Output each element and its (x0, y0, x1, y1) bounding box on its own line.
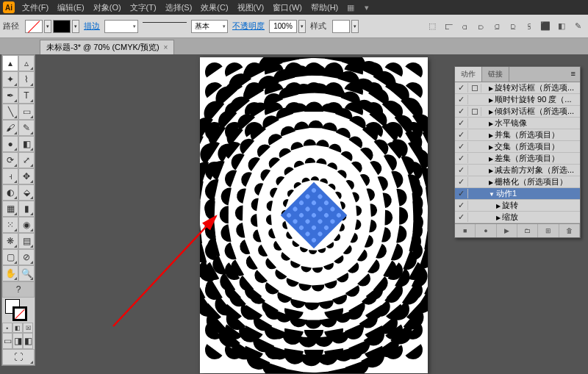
align-left-icon[interactable]: ⫍ (441, 20, 456, 33)
perspective-tool[interactable]: ⬙ (18, 184, 35, 201)
width-tool[interactable]: ⫞ (2, 168, 18, 184)
menu-edit[interactable]: 编辑(E) (53, 1, 89, 15)
rotate-tool[interactable]: ⟳ (2, 152, 18, 168)
align-vcenter-icon[interactable]: ⫒ (506, 20, 520, 33)
scale-tool[interactable]: ⤢ (18, 152, 35, 168)
zoom-tool[interactable]: 🔍 (18, 265, 35, 281)
menu-help[interactable]: 帮助(H) (306, 1, 343, 15)
action-row[interactable]: ✓▶交集（所选项目） (455, 141, 580, 153)
stroke-weight[interactable] (104, 20, 138, 33)
action-row[interactable]: ✓▶顺时针旋转 90 度（... (455, 94, 580, 106)
toggle-check[interactable]: ✓ (455, 189, 468, 198)
action-row[interactable]: ✓▶差集（所选项目） (455, 153, 580, 165)
arrange-icon[interactable]: ▾ (360, 1, 373, 14)
menu-select[interactable]: 选择(S) (161, 1, 197, 15)
action-row[interactable]: ✓▶旋转对话框（所选项... (455, 82, 580, 94)
transform-icon[interactable]: ⬛ (538, 20, 553, 33)
stroke-dropdown[interactable]: ▾ (72, 20, 79, 33)
align-top-icon[interactable]: ⫑ (490, 20, 504, 33)
menu-type[interactable]: 文字(T) (126, 1, 161, 15)
fill-swatch[interactable] (25, 20, 43, 33)
menu-effect[interactable]: 效果(C) (196, 1, 232, 15)
fill-dropdown[interactable]: ▾ (44, 20, 51, 33)
actions-list[interactable]: ✓▶旋转对话框（所选项...✓▶顺时针旋转 90 度（...✓▶倾斜对话框（所选… (455, 82, 580, 223)
blob-brush-tool[interactable]: ● (2, 136, 18, 152)
selection-tool[interactable]: ▴ (2, 55, 18, 71)
align-bottom-icon[interactable]: ⫓ (522, 20, 537, 33)
lasso-tool[interactable]: ⌇ (18, 71, 35, 87)
isolate-icon[interactable]: ◧ (554, 20, 569, 33)
menu-file[interactable]: 文件(F) (18, 1, 53, 15)
action-row[interactable]: ✓▶倾斜对话框（所选项... (455, 106, 580, 118)
edit-icon[interactable]: ✎ (570, 20, 585, 33)
symbol-sprayer-tool[interactable]: ❋ (2, 233, 18, 249)
toggle-check[interactable]: ✓ (455, 154, 468, 163)
action-row[interactable]: ✓▼动作1 (455, 188, 580, 200)
toggle-check[interactable]: ✓ (455, 142, 468, 151)
menu-window[interactable]: 窗口(W) (268, 1, 306, 15)
blend-tool[interactable]: ◉ (18, 217, 35, 233)
toggle-check[interactable]: ✓ (455, 107, 468, 116)
artboard[interactable] (200, 57, 428, 373)
color-mode-gradient[interactable]: ◧ (12, 323, 23, 333)
pen-tool[interactable]: ✒ (2, 87, 18, 104)
shape-builder-tool[interactable]: ◐ (2, 184, 18, 201)
stroke-link[interactable]: 描边 (84, 21, 100, 32)
toggle-check[interactable]: ✓ (455, 177, 468, 187)
record-button[interactable]: ● (476, 224, 496, 237)
new-set-button[interactable]: 🗀 (517, 224, 538, 237)
panel-menu-icon[interactable]: ≡ (567, 67, 580, 82)
menu-view[interactable]: 视图(V) (233, 1, 269, 15)
stroke-swatch[interactable] (53, 20, 71, 33)
document-tab[interactable]: 未标题-3* @ 70% (CMYK/预览) × (40, 40, 174, 54)
toggle-check[interactable]: ✓ (455, 95, 468, 104)
screen-mode-button[interactable]: ⛶ (2, 349, 35, 365)
draw-inside[interactable]: ◧ (23, 333, 33, 349)
action-row[interactable]: ✓▶栅格化（所选项目） (455, 176, 580, 188)
opacity-input[interactable] (269, 20, 297, 33)
toggle-check[interactable]: ✓ (455, 83, 468, 93)
brush-select[interactable]: 基本 (191, 20, 228, 33)
fill-stroke-control[interactable] (2, 298, 35, 323)
bridge-icon[interactable]: ▦ (344, 1, 357, 14)
action-row[interactable]: ✓▶减去前方对象（所选... (455, 165, 580, 176)
help-tool[interactable]: ? (2, 281, 35, 298)
tab-actions[interactable]: 动作 (455, 67, 482, 82)
stop-button[interactable]: ■ (455, 224, 476, 237)
action-row[interactable]: ✓▶并集（所选项目） (455, 129, 580, 141)
type-tool[interactable]: T (18, 87, 35, 104)
graph-tool[interactable]: ▤ (18, 233, 35, 249)
line-tool[interactable]: ╲ (2, 104, 18, 120)
stroke-box[interactable] (12, 306, 27, 321)
draw-normal[interactable]: ▭ (2, 333, 12, 349)
color-mode-normal[interactable]: ▪ (2, 323, 12, 333)
tab-links[interactable]: 链接 (482, 67, 509, 82)
toggle-check[interactable]: ✓ (455, 165, 468, 175)
menu-object[interactable]: 对象(O) (89, 1, 126, 15)
delete-button[interactable]: 🗑 (559, 224, 580, 237)
style-swatch[interactable] (332, 20, 350, 33)
free-transform-tool[interactable]: ✥ (18, 168, 35, 184)
slice-tool[interactable]: ⊘ (18, 249, 35, 265)
opacity-dropdown[interactable]: ▾ (298, 20, 306, 33)
toggle-dialog[interactable] (468, 107, 481, 116)
toggle-check[interactable]: ✓ (455, 201, 468, 210)
new-action-button[interactable]: ⊞ (538, 224, 559, 237)
artboard-tool[interactable]: ▢ (2, 249, 18, 265)
hand-tool[interactable]: ✋ (2, 265, 18, 281)
color-mode-none[interactable]: ☒ (23, 323, 33, 333)
action-row[interactable]: ✓▶水平镜像 (455, 118, 580, 129)
toggle-check[interactable]: ✓ (455, 118, 468, 128)
eyedropper-tool[interactable]: ⁙ (2, 217, 18, 233)
play-button[interactable]: ▶ (497, 224, 517, 237)
eraser-tool[interactable]: ◧ (18, 136, 35, 152)
align-icon[interactable]: ⬚ (425, 20, 440, 33)
mesh-tool[interactable]: ▦ (2, 201, 18, 217)
toggle-dialog[interactable] (468, 84, 481, 93)
style-dropdown[interactable]: ▾ (351, 20, 359, 33)
toggle-check[interactable]: ✓ (455, 212, 468, 222)
direct-selection-tool[interactable]: ▵ (18, 55, 35, 71)
paintbrush-tool[interactable]: 🖌 (2, 120, 18, 136)
magic-wand-tool[interactable]: ✦ (2, 71, 18, 87)
rectangle-tool[interactable]: ▭ (18, 104, 35, 120)
